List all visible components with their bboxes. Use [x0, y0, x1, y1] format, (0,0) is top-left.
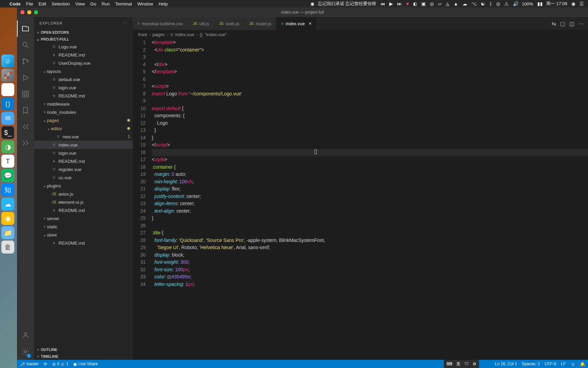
sb-feedback[interactable]: ☺ [571, 362, 575, 367]
dock-mail[interactable]: ✉ [1, 112, 14, 125]
section-timeline[interactable]: › TIMELINE [34, 353, 133, 360]
code-line[interactable]: </script> [152, 141, 588, 149]
breadcrumb-item[interactable]: index.vue [175, 32, 194, 37]
code-line[interactable] [152, 222, 588, 230]
activity-search[interactable] [17, 37, 34, 53]
code-editor[interactable]: 1234567891011121314151617181920212223242… [133, 39, 588, 360]
dock-vscode[interactable]: ⟨⟩ [1, 97, 14, 110]
ime-keyboard-icon[interactable]: ⌨ [446, 362, 452, 366]
notification-center-icon[interactable]: ☰ [579, 1, 584, 6]
media-play-icon[interactable]: ▶ [389, 1, 393, 6]
activity-sync-fwd[interactable] [17, 135, 34, 151]
activity-bookmark[interactable] [17, 102, 34, 119]
file-element-ui.js[interactable]: JSelement-ui.js [34, 198, 133, 206]
media-prev-icon[interactable]: ⏮ [380, 1, 385, 6]
code-line[interactable]: export default { [152, 105, 588, 112]
file-README.md[interactable]: ▾README.md [34, 239, 133, 247]
sidebar-more-icon[interactable]: ⋯ [123, 21, 127, 25]
sb-liveshare[interactable]: ◉Live Share [73, 362, 98, 367]
code-line[interactable]: letter-spacing: 1px; [152, 281, 588, 288]
folder-server[interactable]: ›server [34, 214, 133, 223]
app-name[interactable]: Code [10, 1, 21, 6]
sb-position[interactable]: Ln 16, Col 1 [495, 362, 517, 366]
record-icon[interactable]: ◉ [310, 1, 314, 6]
activity-sync-back[interactable] [17, 119, 34, 135]
ime-settings-icon[interactable]: ⚙ [473, 362, 476, 366]
status-icon-7[interactable]: ☁ [462, 1, 467, 6]
battery-icon[interactable]: ▮▮ [537, 1, 543, 6]
dock-wechat[interactable]: 💬 [1, 169, 14, 182]
menu-run[interactable]: Run [102, 1, 110, 6]
dock-trash[interactable]: 🗑 [1, 241, 14, 254]
code-line[interactable] [152, 76, 588, 83]
menu-terminal[interactable]: Terminal [115, 1, 132, 6]
code-line[interactable]: <style> [152, 156, 588, 164]
close-button[interactable] [20, 10, 24, 14]
file-README.md[interactable]: ▾README.md [34, 51, 133, 59]
dock-chrome[interactable]: ◉ [1, 83, 14, 96]
ime-bar[interactable]: ⌨ 英 🛡 ⚙ [444, 360, 479, 368]
file-default.vue[interactable]: Vdefault.vue [34, 75, 133, 83]
code-line[interactable]: .title { [152, 229, 588, 237]
dock-finder[interactable]: ☺ [1, 55, 14, 67]
activity-debug[interactable] [17, 70, 34, 86]
code-line[interactable]: display: block; [152, 251, 588, 259]
code-line[interactable] [152, 97, 588, 105]
folder-static[interactable]: ›static [34, 223, 133, 231]
clock[interactable]: 周一 17:08 [546, 1, 567, 7]
code-line[interactable]: min-height: 100vh; [152, 178, 588, 186]
folder-layouts[interactable]: ⌄layouts [34, 67, 133, 75]
volume-icon[interactable]: 🔊 [513, 1, 519, 6]
dock-cloud[interactable]: ☁ [1, 198, 14, 211]
dock-folder[interactable]: 📁 [1, 226, 14, 239]
dock-disc[interactable]: ◉ [1, 212, 14, 225]
breadcrumb-item[interactable]: front [138, 32, 147, 37]
ime-shield-icon[interactable]: 🛡 [464, 362, 469, 366]
sb-spaces[interactable]: Spaces: 2 [522, 362, 540, 366]
breadcrumb-item[interactable]: pages [152, 32, 164, 37]
compare-icon[interactable]: ⇆ [552, 20, 556, 27]
code-line[interactable]: margin: 0 auto; [152, 171, 588, 178]
code-line[interactable]: <div class="container"> [152, 46, 588, 54]
maximize-button[interactable] [34, 10, 38, 14]
file-UserDisplay.vue[interactable]: VUserDisplay.vue [34, 59, 133, 67]
code-line[interactable]: </template> [152, 68, 588, 76]
code-line[interactable]: align-items: center; [152, 200, 588, 208]
menu-window[interactable]: Window [137, 1, 153, 6]
dock-launchpad[interactable]: 🚀 [1, 69, 14, 82]
folder-node_modules[interactable]: ›node_modules [34, 108, 133, 116]
folder-plugins[interactable]: ⌄plugins [34, 182, 133, 190]
file-new.vue[interactable]: Vnew.vue1 [34, 133, 133, 141]
siri-icon[interactable]: ◉ [571, 1, 575, 6]
file-Logo.vue[interactable]: VLogo.vue [34, 43, 133, 51]
file-axios.js[interactable]: JSaxios.js [34, 190, 133, 198]
status-icon-9[interactable]: ☯ [481, 1, 485, 6]
activity-settings[interactable]: 1 [17, 343, 34, 360]
code-line[interactable]: font-weight: 300; [152, 259, 588, 266]
more-actions-icon[interactable]: ⋯ [578, 20, 584, 27]
file-tree[interactable]: VLogo.vue▾README.mdVUserDisplay.vue⌄layo… [34, 43, 133, 346]
sb-bell[interactable]: 🔔 [580, 362, 585, 367]
code-line[interactable]: </div> [152, 61, 588, 68]
code-line[interactable]: color: #35495e; [152, 273, 588, 281]
status-icon-8[interactable]: ⌥ [471, 1, 477, 6]
file-README.md[interactable]: ▾README.md [34, 92, 133, 100]
code-line[interactable]: } [152, 134, 588, 142]
airdrop-icon[interactable]: ◎ [496, 1, 500, 6]
folder-middleware[interactable]: ›middleware [34, 100, 133, 108]
activity-extensions[interactable] [17, 86, 34, 102]
file-index.vue[interactable]: Vindex.vue [34, 141, 133, 149]
code-line[interactable]: font-family: 'Quicksand', 'Source Sans P… [152, 237, 588, 244]
file-login.vue[interactable]: Vlogin.vue [34, 149, 133, 157]
code-line[interactable]: } [152, 215, 588, 222]
open-preview-icon[interactable]: ▢ [560, 20, 565, 27]
file-login.vue[interactable]: Vlogin.vue [34, 83, 133, 92]
file-README.md[interactable]: ▾README.md [34, 157, 133, 165]
sb-problems[interactable]: ⊘0 ⚠1 [52, 362, 68, 367]
sb-sync[interactable]: ⟳ [44, 362, 47, 367]
code-line[interactable]: 'Segoe UI', Roboto, 'Helvetica Neue', Ar… [152, 244, 588, 251]
menu-edit[interactable]: Edit [38, 1, 46, 6]
menu-go[interactable]: Go [90, 1, 96, 6]
code-line[interactable] [152, 149, 588, 156]
file-README.md[interactable]: ▾README.md [34, 206, 133, 214]
